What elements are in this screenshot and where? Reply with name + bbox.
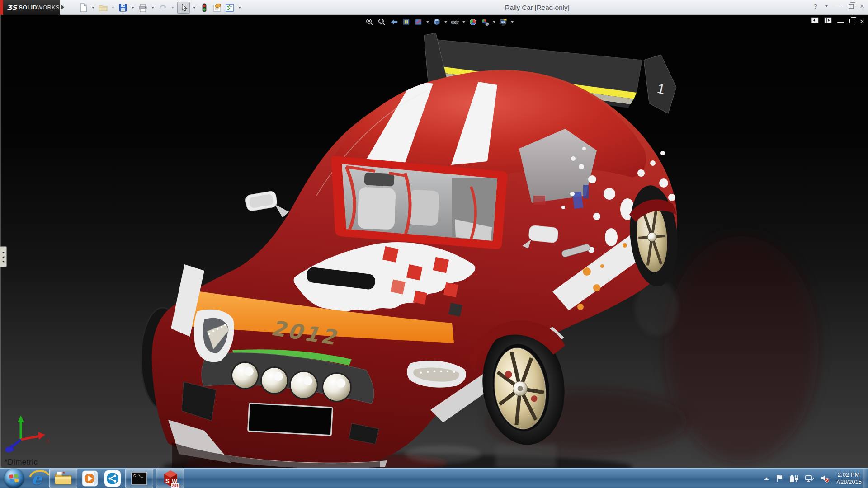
window-controls: ? — × xyxy=(813,2,864,10)
show-hidden-icons-chevron[interactable] xyxy=(763,476,770,481)
communicator-app-icon xyxy=(104,470,121,487)
help-dropdown-icon[interactable] xyxy=(825,5,828,7)
taskbar-solidworks[interactable]: S W 2015 xyxy=(156,469,184,488)
tray-clock[interactable]: 2:02 PM 7/28/2015 xyxy=(835,471,862,486)
power-plug-icon[interactable] xyxy=(789,474,799,483)
sketch-icon[interactable] xyxy=(212,2,222,13)
taskbar-windows-explorer[interactable] xyxy=(49,469,77,488)
main-toolbar xyxy=(78,1,242,14)
license-plate xyxy=(248,403,333,436)
solidworks-cube-icon: S W 2015 xyxy=(160,469,179,488)
undo-icon[interactable] xyxy=(157,2,168,13)
taskbar-communicator-app[interactable] xyxy=(103,469,123,488)
view-orientation-label: *Dimetric xyxy=(5,458,38,467)
cmd-prompt-text: C:\_ xyxy=(133,474,143,479)
start-button[interactable] xyxy=(4,469,24,488)
media-player-icon xyxy=(82,470,98,487)
volume-muted-icon[interactable] xyxy=(821,474,830,483)
print-dropdown-icon[interactable] xyxy=(151,7,154,9)
tray-time: 2:02 PM xyxy=(835,471,862,479)
reference-triad[interactable]: x xyxy=(5,415,49,452)
help-icon[interactable]: ? xyxy=(813,2,817,10)
undo-dropdown-icon[interactable] xyxy=(171,7,174,9)
action-center-flag-icon[interactable] xyxy=(776,474,783,483)
solidworks-logo-light: WORKS xyxy=(37,5,60,11)
sw-year-badge: 2015 xyxy=(172,483,180,488)
rally-car-model[interactable]: 1 xyxy=(0,15,868,468)
show-desktop-button[interactable] xyxy=(863,468,868,488)
app-close-button[interactable]: × xyxy=(860,3,864,9)
app-minimize-button[interactable]: — xyxy=(835,3,842,9)
performance-evaluation-icon[interactable] xyxy=(199,2,210,13)
taskbar-media-player[interactable] xyxy=(80,469,100,488)
taskbar: e xyxy=(0,468,868,488)
menu-expand-arrow-icon[interactable] xyxy=(61,5,64,10)
print-icon[interactable] xyxy=(137,2,148,13)
options-dropdown-icon[interactable] xyxy=(238,7,241,9)
app-restore-button[interactable] xyxy=(849,4,854,9)
select-dropdown-icon[interactable] xyxy=(193,7,196,9)
options-checklist-icon[interactable] xyxy=(224,2,235,13)
system-tray: 2:02 PM 7/28/2015 xyxy=(763,468,862,488)
folder-icon xyxy=(54,471,72,486)
solidworks-logo-glyph: ƷS xyxy=(7,4,17,12)
taskbar-command-prompt[interactable]: C:\_ xyxy=(125,469,153,488)
network-icon[interactable] xyxy=(805,474,815,483)
open-dropdown-icon[interactable] xyxy=(112,7,114,9)
brand-red-edge xyxy=(0,0,3,15)
windshield xyxy=(331,156,507,249)
save-dropdown-icon[interactable] xyxy=(132,7,134,9)
sw-letter-s: S xyxy=(165,478,170,484)
command-prompt-icon: C:\_ xyxy=(131,472,147,485)
tray-date: 7/28/2015 xyxy=(835,479,862,486)
graphics-area[interactable]: — × ◄ ◄ ◄ xyxy=(0,15,868,468)
solidworks-logo-bold: SOLID xyxy=(19,5,37,11)
window-title: Rally Car [Read-only] xyxy=(505,4,570,11)
open-icon[interactable] xyxy=(98,2,108,13)
save-icon[interactable] xyxy=(118,2,128,13)
triad-x-label: x xyxy=(46,436,49,444)
taskbar-internet-explorer[interactable]: e xyxy=(27,469,47,488)
select-tool[interactable] xyxy=(177,2,190,14)
mirror-left xyxy=(245,189,289,224)
new-document-icon[interactable] xyxy=(78,2,89,13)
new-document-dropdown-icon[interactable] xyxy=(92,7,94,9)
title-bar: ƷS SOLIDWORKS Rally Car [Re xyxy=(0,0,868,15)
solidworks-logo: ƷS SOLIDWORKS xyxy=(3,0,60,15)
